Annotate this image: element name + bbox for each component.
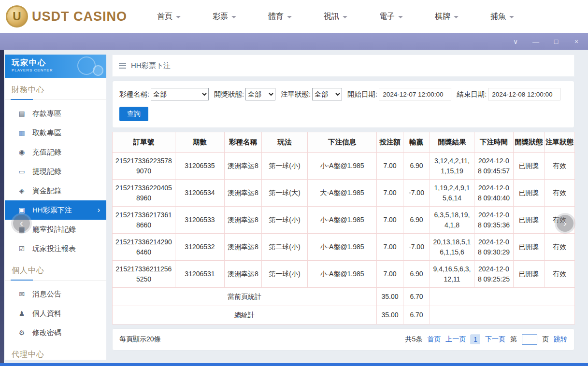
page-title: HH彩票下注 [131, 61, 171, 70]
message-icon: ✉ [17, 290, 26, 298]
table-cell: 2152173362235789070 [113, 153, 175, 180]
sidebar-item-withdrawal-record[interactable]: ▭ 提現記錄 [5, 162, 106, 181]
total-count-text: 共5条 [405, 335, 422, 344]
withdraw-cash-icon: ▥ [17, 129, 26, 137]
goto-jump-button[interactable]: 跳转 [554, 335, 567, 344]
nav-item-electronic[interactable]: 電子 [379, 12, 403, 22]
decoration-circle [93, 65, 103, 76]
table-footer: 每頁顯示20條 共5条 首页 上一页 1 下一页 第 页 跳转 [112, 328, 574, 351]
brand-name: USDT CASINO [32, 9, 127, 24]
menu-icon[interactable] [119, 63, 126, 69]
goto-page-input[interactable] [522, 334, 537, 345]
page-size-text: 每頁顯示20條 [119, 335, 161, 344]
chevron-down-icon [231, 16, 236, 18]
table-row: 2152173362204058960 31206534 澳洲幸运8 第一球(大… [113, 180, 575, 207]
column-header: 投注額 [377, 132, 403, 153]
nav-item-fishing[interactable]: 捕魚 [490, 12, 514, 22]
bottom-edge-decoration [0, 363, 588, 366]
end-date-input[interactable] [488, 88, 560, 100]
scroll-left-button[interactable]: ‹ [13, 215, 30, 232]
chevron-down-icon [343, 16, 347, 18]
table-cell: 31206534 [175, 180, 225, 207]
table-cell: -7.00 [403, 234, 430, 261]
nav-item-sports[interactable]: 體育 [268, 12, 292, 22]
nav-item-home[interactable]: 首頁 [157, 12, 181, 22]
table-cell: 有效 [545, 261, 575, 288]
draw-status-select[interactable]: 全部 [245, 88, 275, 100]
sidebar-item-player-report[interactable]: ☑ 玩家投注報表 [5, 239, 106, 258]
column-header: 玩法 [262, 132, 308, 153]
section-title-finance: 財務中心 [5, 78, 106, 100]
prev-page-link[interactable]: 上一页 [445, 335, 466, 344]
recharge-icon: ◉ [17, 148, 26, 156]
sidebar-item-label: 取款專區 [32, 128, 61, 138]
start-date-input[interactable] [379, 88, 451, 100]
sidebar-item-recharge-record[interactable]: ◉ 充值記錄 [5, 142, 106, 162]
collapse-icon[interactable]: ∨ [512, 38, 519, 45]
chevron-down-icon [287, 16, 292, 18]
table-cell: 2152173362142906460 [113, 234, 175, 261]
page-summary-label: 當前頁統計 [113, 288, 377, 306]
scroll-right-button[interactable]: › [557, 215, 574, 232]
lottery-name-select[interactable]: 全部 [151, 88, 209, 100]
section-title-agent: 代理中心 [5, 342, 106, 365]
table-cell: 6,3,5,18,19,4,1,8 [430, 207, 474, 234]
table-cell: 已開獎 [514, 153, 545, 180]
nav-label: 彩票 [213, 12, 228, 22]
sidebar-item-label: 消息公告 [32, 290, 61, 299]
next-page-link[interactable]: 下一页 [485, 335, 505, 344]
sidebar-item-label: 玩家投注報表 [32, 244, 76, 253]
column-header: 彩種名稱 [225, 132, 262, 153]
nav-label: 視訊 [324, 12, 339, 22]
column-header: 期數 [175, 132, 225, 153]
table-cell: 7.00 [377, 207, 403, 234]
table-cell: 6.90 [403, 207, 430, 234]
maximize-icon[interactable]: □ [552, 38, 560, 45]
table-cell: 7.00 [377, 234, 403, 261]
sidebar-item-withdraw[interactable]: ▥ 取款專區 [5, 123, 106, 142]
sidebar-item-label: 存款專區 [32, 109, 61, 118]
draw-status-label: 開獎狀態: [214, 90, 244, 99]
query-button[interactable]: 查詢 [119, 107, 148, 121]
sidebar-item-profile[interactable]: ♟ 個人資料 [5, 304, 106, 323]
order-status-select[interactable]: 全部 [312, 88, 342, 100]
order-status-label: 注單狀態: [281, 90, 311, 99]
sidebar-item-deposit[interactable]: ▤ 存款專區 [5, 104, 106, 123]
sidebar-item-change-password[interactable]: ⚙ 修改密碼 [5, 323, 106, 342]
sidebar-item-messages[interactable]: ✉ 消息公告 [5, 284, 106, 304]
nav-item-video[interactable]: 視訊 [324, 12, 347, 22]
nav-label: 電子 [379, 12, 395, 22]
table-cell: 31206532 [175, 234, 225, 261]
nav-item-board-games[interactable]: 棋牌 [435, 12, 459, 22]
table-cell: 有效 [545, 234, 575, 261]
sidebar-item-funds-record[interactable]: ◈ 資金記錄 [5, 181, 106, 200]
current-page-number[interactable]: 1 [471, 335, 480, 344]
table-cell: 7.00 [377, 180, 403, 207]
bets-table: 訂單號 期數 彩種名稱 玩法 下注信息 投注額 輸贏 開獎結果 下注時間 開獎狀… [112, 132, 575, 324]
close-icon[interactable]: × [573, 38, 580, 45]
goto-suffix-text: 页 [542, 335, 549, 344]
table-cell: -7.00 [403, 180, 430, 207]
nav-item-lottery[interactable]: 彩票 [213, 12, 236, 22]
chevron-down-icon [509, 16, 514, 18]
table-cell: 第一球(小) [262, 261, 308, 288]
sidebar-item-label: 修改密碼 [32, 328, 61, 338]
empty-cell [430, 288, 575, 306]
table-row: 2152173362235789070 31206535 澳洲幸运8 第一球(小… [113, 153, 575, 180]
table-header-row: 訂單號 期數 彩種名稱 玩法 下注信息 投注額 輸贏 開獎結果 下注時間 開獎狀… [113, 132, 575, 153]
total-summary-label: 總統計 [113, 306, 377, 324]
table-row: 2152173362112565250 31206531 澳洲幸运8 第一球(小… [113, 261, 575, 288]
sidebar-item-label: 個人資料 [32, 309, 61, 318]
table-cell: 6.90 [403, 153, 430, 180]
minimize-icon[interactable]: — [532, 38, 540, 45]
column-header: 下注信息 [308, 132, 377, 153]
window-titlebar: ∨ — □ × [0, 33, 588, 50]
end-date-label: 結束日期: [457, 90, 487, 99]
total-summary-bet: 35.00 [377, 306, 403, 324]
table-cell: 31206531 [175, 261, 225, 288]
first-page-link[interactable]: 首页 [427, 335, 441, 344]
brand-logo: U USDT CASINO [6, 5, 127, 28]
table-cell: 澳洲幸运8 [225, 234, 262, 261]
column-header: 訂單號 [113, 132, 175, 153]
table-cell: 小-A盤@1.985 [308, 153, 377, 180]
